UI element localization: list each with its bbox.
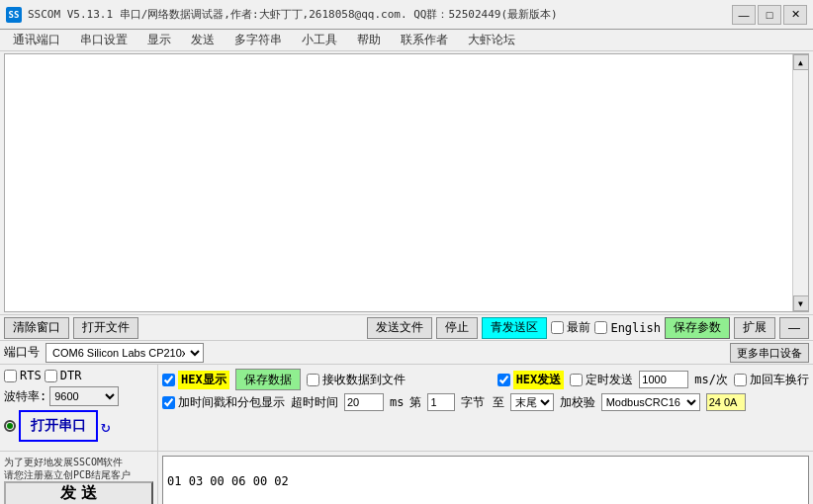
english-label: English bbox=[610, 321, 661, 335]
hex-send-checkbox[interactable] bbox=[497, 374, 510, 386]
hex-data-input[interactable] bbox=[162, 456, 809, 504]
end-select[interactable]: 末尾 bbox=[510, 393, 554, 411]
add-time-checkbox[interactable] bbox=[162, 396, 175, 409]
timed-ms-input[interactable] bbox=[639, 371, 688, 388]
add-time-label: 加时间戳和分包显示 bbox=[178, 394, 285, 411]
minimize-button[interactable]: — bbox=[732, 5, 756, 25]
timed-send-cb-row: 定时发送 bbox=[570, 372, 633, 388]
menu-help[interactable]: 帮助 bbox=[348, 29, 390, 51]
clear-window-button[interactable]: 清除窗口 bbox=[4, 317, 69, 339]
stop-button[interactable]: 停止 bbox=[436, 317, 478, 339]
time-row: 加时间戳和分包显示 超时时间 ms 第 字节 至 末尾 加校验 ModbusCR… bbox=[162, 393, 809, 411]
send-left-panel: 为了更好地发展SSCOM软件 请您注册嘉立创PCB结尾客户 发 送 bbox=[0, 452, 158, 504]
menu-multistring[interactable]: 多字符串 bbox=[226, 29, 291, 51]
app-title: SSCOM V5.13.1 串口/网络数据调试器,作者:大虾丁丁,2618058… bbox=[28, 7, 558, 22]
hex-send-cb-row: HEX发送 bbox=[497, 371, 565, 389]
rts-dtr-row: RTS DTR bbox=[4, 369, 153, 382]
maximize-button[interactable]: □ bbox=[758, 5, 781, 25]
timed-unit-label: ms/次 bbox=[694, 372, 728, 388]
scroll-down-button[interactable]: ▼ bbox=[793, 295, 809, 311]
save-params-button[interactable]: 保存参数 bbox=[665, 317, 730, 339]
more-ports-button[interactable]: 更多串口设备 bbox=[730, 343, 809, 363]
rts-label: RTS bbox=[20, 369, 42, 382]
hex-send-label: HEX发送 bbox=[513, 371, 565, 389]
byte-label: 字节 至 bbox=[461, 394, 503, 411]
english-checkbox[interactable] bbox=[594, 321, 607, 334]
bottom-toolbar: 清除窗口 打开文件 发送文件 停止 青发送区 最前 English 保存参数 扩… bbox=[0, 314, 813, 340]
refresh-icon[interactable]: ↻ bbox=[101, 417, 111, 436]
last-checkbox[interactable] bbox=[551, 321, 564, 334]
rts-checkbox[interactable] bbox=[4, 370, 17, 382]
hex-display-cb-row: HEX显示 bbox=[162, 371, 229, 389]
hex-display-row: HEX显示 保存数据 接收数据到文件 HEX发送 定时发送 ms/次 加回车换行 bbox=[162, 369, 809, 390]
menu-comm-port[interactable]: 通讯端口 bbox=[4, 29, 69, 51]
timeout-label: 超时时间 bbox=[291, 394, 338, 411]
scroll-up-button[interactable]: ▲ bbox=[793, 54, 809, 70]
port-status-dot bbox=[7, 423, 13, 429]
open-btn-label: 打开串口 bbox=[31, 417, 86, 435]
port-label: 端口号 bbox=[4, 344, 40, 361]
dtr-checkbox[interactable] bbox=[45, 370, 57, 382]
add-crlf-checkbox[interactable] bbox=[734, 374, 747, 386]
send-right-panel bbox=[158, 452, 813, 504]
display-content bbox=[5, 54, 808, 311]
app-icon: SS bbox=[6, 7, 22, 23]
hex-display-label: HEX显示 bbox=[178, 371, 229, 389]
menu-bar: 通讯端口 串口设置 显示 发送 多字符串 小工具 帮助 联系作者 大虾论坛 bbox=[0, 30, 813, 51]
right-panel: HEX显示 保存数据 接收数据到文件 HEX发送 定时发送 ms/次 加回车换行 bbox=[158, 365, 813, 451]
send-file-button[interactable]: 发送文件 bbox=[367, 317, 432, 339]
last-checkbox-row: 最前 bbox=[551, 319, 590, 336]
page-input[interactable] bbox=[427, 393, 455, 411]
timed-send-checkbox[interactable] bbox=[570, 374, 583, 386]
save-data-button[interactable]: 保存数据 bbox=[235, 369, 301, 390]
open-port-button[interactable]: 打开串口 bbox=[19, 410, 98, 442]
send-button[interactable]: 发 送 bbox=[4, 481, 153, 504]
menu-contact[interactable]: 联系作者 bbox=[392, 29, 457, 51]
timeout-unit-label: ms bbox=[390, 395, 404, 409]
baud-row: 波特率: 9600 bbox=[4, 386, 153, 406]
middle-area: RTS DTR 波特率: 9600 打开串口 ↻ HEX显示 bbox=[0, 364, 813, 451]
open-file-button[interactable]: 打开文件 bbox=[73, 317, 138, 339]
baud-select[interactable]: 9600 bbox=[49, 386, 119, 406]
english-checkbox-row: English bbox=[594, 321, 661, 335]
close-button[interactable]: ✕ bbox=[783, 5, 807, 25]
checksum-select[interactable]: ModbusCRC16 bbox=[601, 393, 700, 411]
menu-tools[interactable]: 小工具 bbox=[293, 29, 346, 51]
main-display: ▲ ▼ bbox=[4, 53, 809, 312]
title-left: SS SSCOM V5.13.1 串口/网络数据调试器,作者:大虾丁丁,2618… bbox=[6, 7, 558, 23]
notice-text: 为了更好地发展SSCOM软件 请您注册嘉立创PCB结尾客户 bbox=[4, 456, 153, 481]
expand-button[interactable]: 扩展 bbox=[734, 317, 775, 339]
recv-to-file-label: 接收数据到文件 bbox=[322, 372, 406, 388]
hex-display-checkbox[interactable] bbox=[162, 374, 175, 386]
checksum-label: 加校验 bbox=[560, 394, 595, 411]
open-port-row: 打开串口 ↻ bbox=[4, 410, 153, 442]
title-controls: — □ ✕ bbox=[732, 5, 807, 25]
timeout-input[interactable] bbox=[344, 393, 384, 411]
title-bar: SS SSCOM V5.13.1 串口/网络数据调试器,作者:大虾丁丁,2618… bbox=[0, 0, 813, 30]
port-row: 端口号 COM6 Silicon Labs CP210x U... 更多串口设备 bbox=[0, 340, 813, 364]
menu-port-settings[interactable]: 串口设置 bbox=[71, 29, 136, 51]
recv-to-file-checkbox[interactable] bbox=[307, 374, 319, 386]
dtr-label: DTR bbox=[60, 369, 82, 382]
send-area: 为了更好地发展SSCOM软件 请您注册嘉立创PCB结尾客户 发 送 bbox=[0, 451, 813, 504]
left-panel: RTS DTR 波特率: 9600 打开串口 ↻ bbox=[0, 365, 158, 451]
vertical-scrollbar[interactable]: ▲ ▼ bbox=[792, 54, 808, 311]
menu-display[interactable]: 显示 bbox=[138, 29, 180, 51]
page-label: 第 bbox=[409, 394, 421, 411]
port-select[interactable]: COM6 Silicon Labs CP210x U... bbox=[45, 343, 204, 363]
port-status-indicator bbox=[4, 420, 16, 432]
baud-label: 波特率: bbox=[4, 388, 46, 405]
add-crlf-label: 加回车换行 bbox=[750, 372, 809, 388]
last-label: 最前 bbox=[567, 319, 590, 336]
recv-to-file-cb-row: 接收数据到文件 bbox=[307, 372, 406, 388]
add-crlf-cb-row: 加回车换行 bbox=[734, 372, 809, 388]
add-time-cb-row: 加时间戳和分包显示 bbox=[162, 394, 285, 411]
send-area-button[interactable]: 青发送区 bbox=[482, 317, 547, 339]
menu-send[interactable]: 发送 bbox=[182, 29, 224, 51]
minus-button[interactable]: — bbox=[779, 317, 809, 339]
hex-value-input[interactable] bbox=[706, 393, 746, 411]
timed-send-label: 定时发送 bbox=[586, 372, 633, 388]
menu-forum[interactable]: 大虾论坛 bbox=[459, 29, 524, 51]
